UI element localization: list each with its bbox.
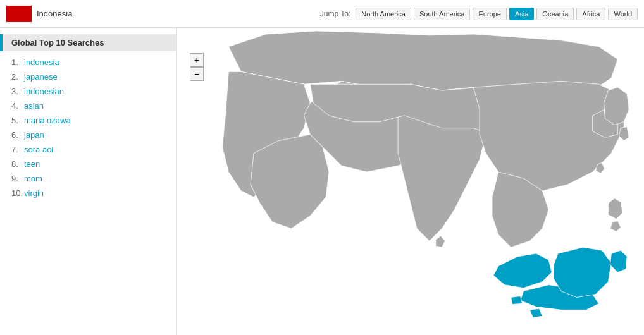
japan-path[interactable] (604, 87, 629, 125)
search-term[interactable]: japan (24, 130, 44, 140)
search-term[interactable]: virgin (24, 188, 44, 198)
main-content: Global Top 10 Searches 1.indonesia2.japa… (0, 28, 644, 335)
search-rank: 4. (11, 101, 24, 111)
zoom-out-button[interactable]: − (190, 67, 204, 81)
search-term[interactable]: indonesian (24, 87, 64, 96)
search-rank: 6. (11, 130, 24, 140)
search-term[interactable]: teen (24, 159, 40, 169)
search-term[interactable]: maria ozawa (24, 116, 71, 125)
china-path[interactable] (473, 81, 624, 191)
jump-to-area: Jump To: North America South America Eur… (320, 8, 638, 20)
search-item: 10.virgin (0, 186, 176, 200)
sulawesi-path[interactable] (610, 250, 627, 272)
search-term[interactable]: sora aoi (24, 145, 53, 154)
region-button-europe[interactable]: Europe (473, 8, 506, 20)
region-button-north-america[interactable]: North America (356, 8, 411, 20)
small-island-1[interactable] (529, 308, 542, 317)
search-item: 4.asian (0, 99, 176, 113)
small-island-2[interactable] (511, 296, 523, 305)
region-button-oceania[interactable]: Oceania (536, 8, 574, 20)
asia-map (177, 28, 644, 335)
search-rank: 3. (11, 87, 24, 96)
sri-lanka-path[interactable] (436, 236, 445, 247)
search-item: 2.japanese (0, 70, 176, 84)
borneo-path[interactable] (554, 247, 611, 297)
sidebar: Global Top 10 Searches 1.indonesia2.japa… (0, 28, 177, 335)
search-term[interactable]: japanese (24, 72, 58, 82)
search-item: 5.maria ozawa (0, 113, 176, 128)
search-term[interactable]: indonesia (24, 58, 59, 67)
sidebar-title: Global Top 10 Searches (0, 34, 176, 51)
search-rank: 8. (11, 159, 24, 169)
zoom-controls: + − (190, 53, 204, 81)
search-rank: 9. (11, 174, 24, 183)
search-item: 9.mom (0, 171, 176, 186)
jump-to-label: Jump To: (320, 9, 350, 18)
search-item: 6.japan (0, 128, 176, 142)
search-term[interactable]: mom (24, 174, 42, 183)
map-area: + − (177, 28, 644, 335)
region-button-asia[interactable]: Asia (509, 8, 534, 20)
search-item: 1.indonesia (0, 55, 176, 70)
search-item: 8.teen (0, 157, 176, 171)
search-rank: 2. (11, 72, 24, 82)
search-term[interactable]: asian (24, 101, 44, 111)
region-button-africa[interactable]: Africa (576, 8, 605, 20)
search-item: 3.indonesian (0, 84, 176, 99)
japan-south-path[interactable] (619, 127, 629, 141)
search-item: 7.sora aoi (0, 142, 176, 157)
search-rank: 7. (11, 145, 24, 154)
search-rank: 5. (11, 116, 24, 125)
philippines-island2[interactable] (610, 221, 621, 231)
search-rank: 1. (11, 58, 24, 67)
region-button-world[interactable]: World (608, 8, 638, 20)
country-flag (6, 6, 32, 22)
country-label: Indonesia (37, 9, 72, 18)
flag-area: Indonesia (6, 6, 72, 22)
zoom-in-button[interactable]: + (190, 53, 204, 67)
sumatra-path[interactable] (493, 253, 552, 288)
philippines-path[interactable] (608, 198, 622, 219)
search-list: 1.indonesia2.japanese3.indonesian4.asian… (0, 55, 176, 200)
region-button-south-america[interactable]: South America (414, 8, 471, 20)
search-rank: 10. (11, 188, 24, 198)
header-bar: Indonesia Jump To: North America South A… (0, 0, 644, 28)
